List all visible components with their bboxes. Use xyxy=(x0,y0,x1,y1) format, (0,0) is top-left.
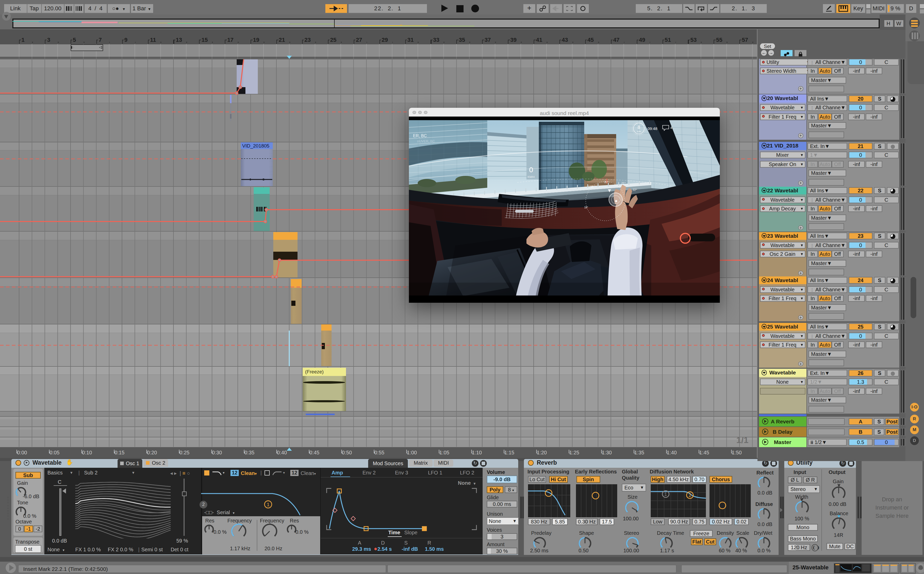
svg-text:20°: 20° xyxy=(604,180,609,184)
svg-text:KM/H: KM/H xyxy=(527,175,535,178)
svg-text:1: 1 xyxy=(267,502,269,507)
svg-text:21°: 21° xyxy=(621,181,626,184)
svg-text:JUN: JUN xyxy=(637,131,641,133)
svg-text:09:48: 09:48 xyxy=(648,126,657,131)
svg-text:8: 8 xyxy=(638,125,640,130)
svg-text:1: 1 xyxy=(664,492,667,497)
svg-text:18°: 18° xyxy=(584,206,588,209)
svg-text:19 °: 19 ° xyxy=(590,185,595,188)
svg-text:0: 0 xyxy=(529,166,533,174)
svg-text:22°: 22° xyxy=(633,188,637,191)
svg-text:4: 4 xyxy=(670,126,672,130)
svg-text:ᴅUVER, BC: ᴅUVER, BC xyxy=(417,139,435,143)
svg-text:2: 2 xyxy=(689,493,691,498)
svg-text:ER, BC: ER, BC xyxy=(413,134,427,138)
